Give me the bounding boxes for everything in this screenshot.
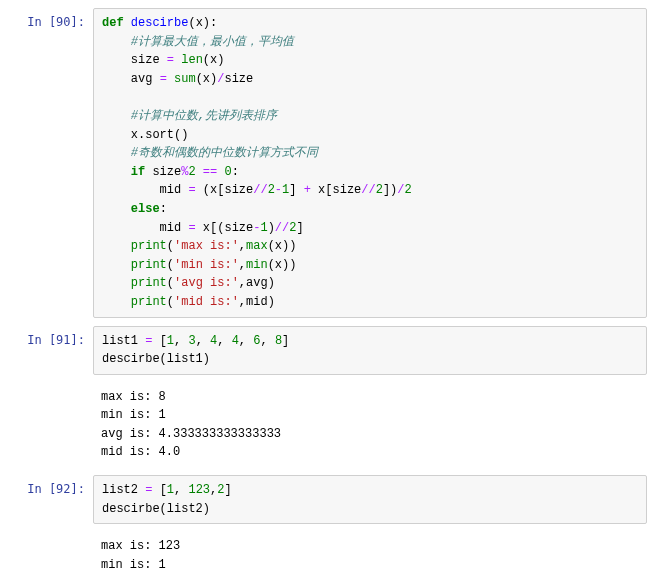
- input-cell: In [91]:list1 = [1, 3, 4, 4, 6, 8] desci…: [0, 326, 647, 375]
- input-prompt: In [91]:: [0, 326, 93, 375]
- notebook: In [90]:def descirbe(x): #计算最大值，最小值，平均值 …: [0, 8, 647, 574]
- code-input[interactable]: list1 = [1, 3, 4, 4, 6, 8] descirbe(list…: [93, 326, 647, 375]
- code-input[interactable]: def descirbe(x): #计算最大值，最小值，平均值 size = l…: [93, 8, 647, 318]
- input-cell: In [90]:def descirbe(x): #计算最大值，最小值，平均值 …: [0, 8, 647, 318]
- input-cell: In [92]:list2 = [1, 123,2] descirbe(list…: [0, 475, 647, 524]
- output-cell: max is: 123 min is: 1 avg is: 42.0 mid i…: [0, 532, 647, 574]
- input-prompt: In [92]:: [0, 475, 93, 524]
- output-cell: max is: 8 min is: 1 avg is: 4.3333333333…: [0, 383, 647, 467]
- input-prompt: In [90]:: [0, 8, 93, 318]
- code-input[interactable]: list2 = [1, 123,2] descirbe(list2): [93, 475, 647, 524]
- output-prompt: [0, 532, 93, 574]
- stdout-output: max is: 123 min is: 1 avg is: 42.0 mid i…: [93, 532, 647, 574]
- stdout-output: max is: 8 min is: 1 avg is: 4.3333333333…: [93, 383, 647, 467]
- output-prompt: [0, 383, 93, 467]
